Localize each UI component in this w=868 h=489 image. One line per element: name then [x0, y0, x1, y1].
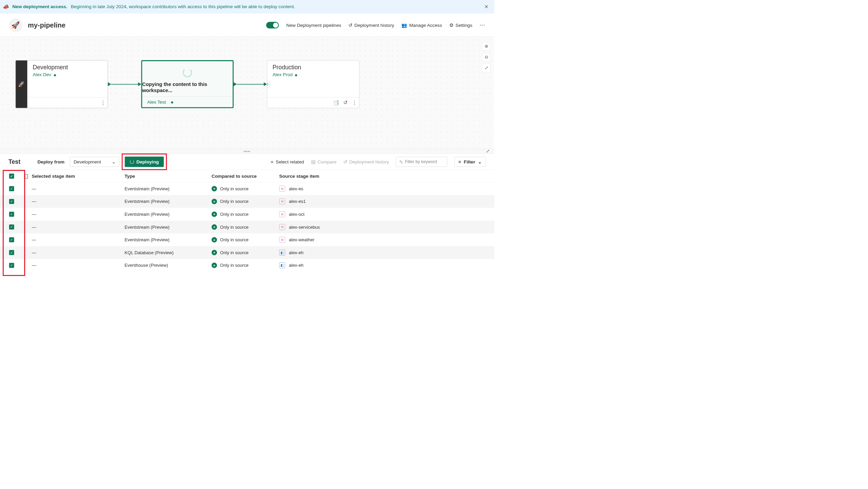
select-related-button[interactable]: ∝ Select related: [270, 159, 304, 164]
workspace-link-test[interactable]: Alex Test: [147, 99, 166, 105]
row-checkbox[interactable]: ✓: [9, 237, 14, 242]
expand-panel-button[interactable]: ⤢: [486, 149, 489, 154]
stage-card-development[interactable]: 🚀 Development Alex Dev ◆ ⋮: [16, 60, 108, 108]
plus-icon: +: [212, 237, 217, 243]
table-row[interactable]: ✓ — KQL Database (Preview) + Only in sou…: [0, 246, 494, 259]
selected-cell: —: [32, 237, 124, 242]
toolbar-history-button: ↺ Deployment history: [343, 159, 389, 164]
gear-icon: ⚙: [449, 22, 454, 28]
row-checkbox[interactable]: ✓: [9, 186, 14, 191]
col-source-header: Source stage item: [279, 173, 360, 179]
compared-cell: + Only in source: [212, 199, 279, 204]
rocket-icon: 🚀: [16, 60, 27, 108]
filter-label: Filter: [464, 159, 475, 164]
toolbar-history-label: Deployment history: [349, 159, 389, 164]
selected-cell: —: [32, 212, 124, 217]
banner-close-button[interactable]: ✕: [484, 4, 489, 10]
share-icon: ∝: [270, 159, 274, 164]
workspace-link-dev[interactable]: Alex Dev: [33, 72, 51, 77]
selected-cell: —: [32, 199, 124, 204]
settings-label: Settings: [455, 22, 472, 28]
zoom-out-button[interactable]: ⊖: [482, 53, 490, 61]
more-options-button[interactable]: ⋯: [480, 22, 485, 28]
plus-icon: +: [212, 263, 217, 268]
row-checkbox[interactable]: ✓: [9, 212, 14, 217]
workspace-link-prod[interactable]: Alex Prod: [272, 72, 292, 77]
col-selected-header: Selected stage item: [32, 173, 124, 179]
chevron-down-icon: ⌄: [112, 159, 115, 164]
selected-cell: —: [32, 186, 124, 191]
panel-splitter[interactable]: ══ ⤢: [0, 149, 494, 154]
diamond-icon: ◆: [295, 73, 297, 77]
manage-access-button[interactable]: 👥 Manage Access: [401, 22, 442, 28]
megaphone-icon: 📣: [3, 4, 9, 10]
table-row[interactable]: ✓ — Eventstream (Preview) + Only in sour…: [0, 221, 494, 233]
deployment-history-button[interactable]: ↺ Deployment history: [348, 22, 394, 28]
pipeline-icon: 🚀: [9, 18, 22, 32]
table-row[interactable]: ✓ — Eventstream (Preview) + Only in sour…: [0, 208, 494, 221]
stage-panel-title: Test: [8, 158, 20, 165]
item-type-icon: ≋: [279, 186, 285, 192]
table-row[interactable]: ✓ — Eventstream (Preview) + Only in sour…: [0, 182, 494, 195]
grip-icon: ══: [244, 149, 251, 154]
table-row[interactable]: ✓ — Eventstream (Preview) + Only in sour…: [0, 233, 494, 246]
stage-more-button[interactable]: ⋮: [101, 100, 106, 106]
new-pipelines-toggle[interactable]: [266, 22, 279, 28]
table-row[interactable]: ✓ — Eventhouse (Preview) + Only in sourc…: [0, 259, 494, 272]
search-icon: 🔍: [399, 160, 403, 163]
history-icon: ↺: [343, 159, 347, 164]
fit-view-button[interactable]: ⤢: [482, 64, 490, 72]
items-table: ✓ 📋 Selected stage item Type Compared to…: [0, 170, 494, 272]
stage-card-production[interactable]: ⊘ Production Alex Prod ◆ 📑 ↺ ⋮: [267, 60, 359, 108]
deploy-from-dropdown[interactable]: Development ⌄: [70, 157, 120, 167]
banner-message: Beginning in late July 2024, workspace c…: [71, 4, 295, 10]
zoom-in-button[interactable]: ⊕: [482, 42, 490, 51]
source-cell: ≋ alex-weather: [279, 237, 360, 243]
plus-icon: +: [212, 250, 217, 255]
diamond-icon: ◆: [171, 100, 174, 104]
rules-icon[interactable]: 📑: [333, 100, 339, 106]
connector-dev-test: [108, 82, 141, 86]
row-checkbox[interactable]: ✓: [9, 199, 14, 204]
source-cell: ◧ alex-eh: [279, 250, 360, 256]
manage-access-label: Manage Access: [409, 22, 442, 28]
stage-more-button[interactable]: ⋮: [352, 100, 357, 106]
source-cell: ◧ alex-eh: [279, 262, 360, 268]
item-type-icon: ◧: [279, 250, 285, 256]
search-box[interactable]: 🔍: [396, 157, 447, 167]
clipboard-icon: 📋: [23, 173, 29, 178]
select-related-label: Select related: [276, 159, 304, 164]
item-type-icon: ≋: [279, 211, 285, 217]
compared-cell: + Only in source: [212, 250, 279, 255]
type-cell: Eventhouse (Preview): [125, 263, 212, 268]
table-header-row: ✓ 📋 Selected stage item Type Compared to…: [0, 170, 494, 182]
type-cell: Eventstream (Preview): [125, 237, 212, 242]
compared-cell: + Only in source: [212, 224, 279, 230]
search-input[interactable]: [405, 159, 458, 164]
stage-title-prod: Production: [272, 64, 354, 71]
row-checkbox[interactable]: ✓: [9, 263, 14, 268]
item-type-icon: ≋: [279, 198, 285, 204]
source-cell: ≋ alex-servicebus: [279, 224, 360, 230]
chevron-down-icon: ⌄: [478, 159, 482, 164]
stage-history-icon[interactable]: ↺: [343, 100, 348, 106]
diamond-icon: ◆: [54, 73, 56, 77]
filter-button[interactable]: ≡ Filter ⌄: [454, 157, 486, 167]
stage-card-test[interactable]: Copying the content to this workspace...…: [141, 60, 234, 108]
compared-cell: + Only in source: [212, 263, 279, 268]
page-header: 🚀 my-pipeline New Deployment pipelines ↺…: [0, 14, 494, 37]
new-pipelines-label: New Deployment pipelines: [286, 22, 341, 28]
table-row[interactable]: ✓ — Eventstream (Preview) + Only in sour…: [0, 195, 494, 208]
stage-title-dev: Development: [33, 64, 102, 71]
row-checkbox[interactable]: ✓: [9, 225, 14, 230]
deploy-button[interactable]: Deploying: [125, 156, 164, 167]
settings-button[interactable]: ⚙ Settings: [449, 22, 472, 28]
type-cell: Eventstream (Preview): [125, 186, 212, 191]
select-all-checkbox[interactable]: ✓: [9, 174, 14, 179]
compared-cell: + Only in source: [212, 211, 279, 217]
row-checkbox[interactable]: ✓: [9, 250, 14, 255]
compare-icon: ▤: [311, 159, 315, 164]
pipeline-canvas[interactable]: ⊕ ⊖ ⤢ 🚀 Development Alex Dev ◆ ⋮: [0, 37, 494, 149]
compared-cell: + Only in source: [212, 186, 279, 191]
loading-spinner-icon: [183, 68, 192, 77]
